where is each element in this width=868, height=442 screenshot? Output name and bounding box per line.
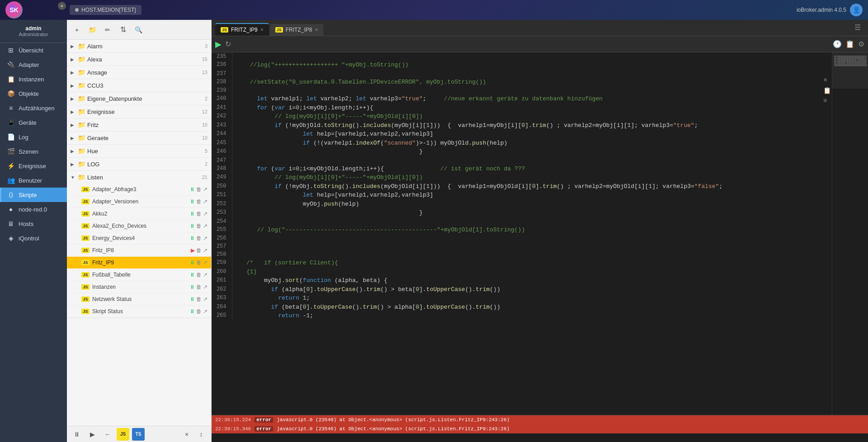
export-button[interactable]: ↗ — [203, 272, 208, 278]
folder-eigene-header[interactable]: ▶ 📁 Eigene_Datenpunkte 2 — [67, 92, 211, 105]
sidebar-item-szenen[interactable]: 🎬 Szenen — [0, 144, 67, 159]
folder-geraete: ▶ 📁 Geraete 10 — [67, 132, 211, 145]
folder-log-header[interactable]: ▶ 📁 LOG 2 — [67, 158, 211, 170]
file-fritz-ip8[interactable]: JS Fritz_IP8 ▶ 🗑 ↗ — [67, 245, 211, 257]
delete-button[interactable]: 🗑 — [196, 211, 202, 217]
delete-button[interactable]: 🗑 — [196, 284, 202, 290]
folder-ansage-header[interactable]: ▶ 📁 Ansage 13 — [67, 66, 211, 79]
tab-fritz-ip9[interactable]: JS FRITZ_IP9 × — [215, 23, 269, 36]
console-close-icon[interactable]: × — [823, 76, 831, 84]
file-fussball[interactable]: JS Fußball_Tabelle ⏸ 🗑 ↗ — [67, 269, 211, 281]
user-avatar[interactable]: 👤 — [850, 4, 863, 16]
pause-button[interactable]: ⏸ — [189, 308, 195, 315]
pause-button[interactable]: ⏸ — [189, 259, 195, 266]
delete-button[interactable]: 🗑 — [196, 259, 202, 266]
export-button[interactable]: ↗ — [203, 247, 208, 254]
export-button[interactable]: ↗ — [203, 235, 208, 241]
sidebar-item-gerate[interactable]: 📱 Geräte — [0, 115, 67, 130]
pause-button[interactable]: ⏸ — [189, 272, 195, 278]
delete-button[interactable]: 🗑 — [196, 235, 202, 241]
add-folder-button[interactable]: 📁 — [86, 24, 99, 36]
file-netzwerk[interactable]: JS Netzwerk Status ⏸ 🗑 ↗ — [67, 293, 211, 306]
pause-button[interactable]: ⏸ — [189, 235, 195, 241]
delete-button[interactable]: 🗑 — [196, 272, 202, 278]
code-editor[interactable]: 235 236 //log("++++++++++++++++++ "+myOb… — [212, 52, 832, 415]
sidebar-item-benutzer[interactable]: 👥 Benutzer — [0, 173, 67, 188]
export-button[interactable]: ↗ — [203, 223, 208, 229]
sidebar-item-instanzen[interactable]: 📋 Instanzen — [0, 72, 67, 86]
console-list-icon[interactable]: ≡ — [823, 97, 831, 104]
bottom-back-button[interactable]: ← — [101, 428, 114, 441]
sidebar-item-skripte[interactable]: ⟨⟩ Skripte — [0, 188, 67, 202]
refresh-button[interactable]: ↻ — [225, 40, 231, 48]
delete-button[interactable]: 🗑 — [196, 308, 202, 315]
sidebar-item-objekte[interactable]: 📦 Objekte — [0, 86, 67, 101]
close-button[interactable]: × — [58, 2, 66, 10]
file-alexa2-echo[interactable]: JS Alexa2_Echo_Devices ⏸ 🗑 ↗ — [67, 220, 211, 232]
bottom-play-button[interactable]: ▶ — [86, 428, 99, 441]
sort-button[interactable]: ⇅ — [117, 24, 129, 36]
delete-button[interactable]: 🗑 — [196, 223, 202, 229]
folder-alexa-header[interactable]: ▶ 📁 Alexa 15 — [67, 53, 211, 66]
folder-ccu3-header[interactable]: ▶ 📁 CCU3 🗑 — [67, 79, 211, 92]
bottom-ts-button[interactable]: TS — [132, 428, 145, 441]
folder-fritz-header[interactable]: ▶ 📁 Fritz 10 — [67, 118, 211, 131]
file-adapter-abfrage3[interactable]: JS Adapter_Abfrage3 ⏸ 🗑 ↗ — [67, 183, 211, 196]
file-energy-devices4[interactable]: JS Energy_Devices4 ⏸ 🗑 ↗ — [67, 232, 211, 245]
export-button[interactable]: ↗ — [203, 211, 208, 217]
export-button[interactable]: ↗ — [203, 308, 208, 315]
bottom-expand-button[interactable]: ↕ — [195, 428, 208, 441]
console-copy-icon[interactable]: 📋 — [823, 87, 831, 94]
delete-button[interactable]: 🗑 — [196, 198, 202, 205]
folder-geraete-header[interactable]: ▶ 📁 Geraete 10 — [67, 132, 211, 144]
file-adapter-versionen[interactable]: JS Adapter_Versionen ⏸ 🗑 ↗ — [67, 196, 211, 208]
sidebar-item-hosts[interactable]: 🖥 Hosts — [0, 216, 67, 231]
folder-hue-header[interactable]: ▶ 📁 Hue 5 — [67, 145, 211, 157]
minimap-viewport[interactable] — [832, 52, 868, 89]
host-badge[interactable]: HOST.MEDION[TEST] — [70, 5, 142, 15]
tab-fritz-ip8[interactable]: JS FRITZ_IP8 × — [270, 24, 324, 36]
export-button[interactable]: ↗ — [203, 186, 208, 193]
sidebar-item-ereignisse[interactable]: ⚡ Ereignisse — [0, 159, 67, 173]
clock-icon[interactable]: 🕐 — [833, 40, 842, 48]
pause-button[interactable]: ⏸ — [189, 211, 195, 217]
sidebar-item-iqontrol[interactable]: ◈ iQontrol — [0, 231, 67, 245]
add-script-button[interactable]: + — [71, 24, 83, 36]
search-button[interactable]: 🔍 — [132, 24, 145, 36]
bottom-pause-button[interactable]: ⏸ — [71, 428, 83, 441]
export-button[interactable]: ↗ — [203, 198, 208, 205]
run-button[interactable]: ▶ — [215, 39, 222, 49]
sidebar-item-ubersicht[interactable]: ⊞ Übersicht — [0, 43, 67, 57]
pause-button[interactable]: ⏸ — [189, 296, 195, 302]
file-skript-status[interactable]: JS Skript Status ⏸ 🗑 ↗ — [67, 306, 211, 318]
settings-icon[interactable]: ⚙ — [858, 40, 864, 48]
file-instanzen[interactable]: JS Instanzen ⏸ 🗑 ↗ — [67, 281, 211, 293]
sidebar-item-node-red[interactable]: ● node-red.0 — [0, 202, 67, 216]
clipboard-icon[interactable]: 📋 — [845, 40, 854, 48]
file-fritz-ip9[interactable]: JS Fritz_IP9 ⏸ 🗑 ↗ — [67, 257, 211, 269]
delete-button[interactable]: 🗑 — [196, 247, 202, 254]
delete-button[interactable]: 🗑 — [196, 186, 202, 193]
pause-button[interactable]: ⏸ — [189, 223, 195, 229]
bottom-close-button[interactable]: × — [180, 428, 193, 441]
pause-button[interactable]: ⏸ — [189, 284, 195, 290]
tab-close-button[interactable]: × — [315, 27, 318, 33]
pause-button[interactable]: ⏸ — [189, 198, 195, 205]
export-button[interactable]: ↗ — [203, 259, 208, 266]
bottom-js-button[interactable]: JS — [117, 428, 129, 441]
tab-menu-button[interactable]: ☰ — [851, 19, 864, 36]
pause-button[interactable]: ⏸ — [189, 186, 195, 193]
delete-button[interactable]: 🗑 — [196, 296, 202, 302]
folder-ereignisse-header[interactable]: ▶ 📁 Ereignisse 12 — [67, 105, 211, 118]
export-button[interactable]: ↗ — [203, 284, 208, 290]
edit-button[interactable]: ✏ — [101, 24, 114, 36]
folder-listen-header[interactable]: ▼ 📁 Listen 21 — [67, 171, 211, 183]
file-akku2[interactable]: JS Akku2 ⏸ 🗑 ↗ — [67, 208, 211, 220]
sidebar-item-adapter[interactable]: 🔌 Adapter — [0, 57, 67, 72]
sidebar-item-aufzahlungen[interactable]: ≡ Aufzählungen — [0, 101, 67, 115]
folder-alarm-header[interactable]: ▶ 📁 Alarm 3 — [67, 40, 211, 52]
sidebar-item-log[interactable]: 📄 Log — [0, 130, 67, 144]
tab-close-button[interactable]: × — [260, 27, 264, 33]
export-button[interactable]: ↗ — [203, 296, 208, 302]
play-button[interactable]: ▶ — [191, 247, 195, 254]
